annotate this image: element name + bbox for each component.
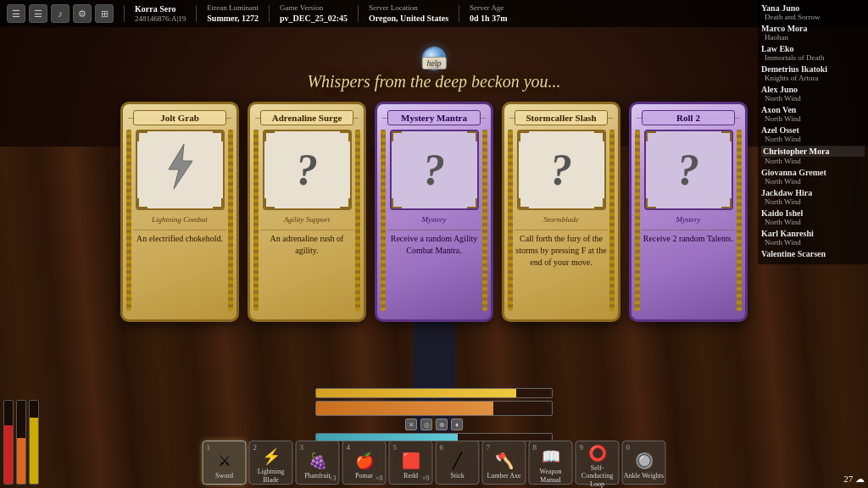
corner-tl bbox=[392, 131, 402, 141]
divider-3 bbox=[269, 5, 270, 22]
music-icon[interactable]: ♪ bbox=[51, 4, 70, 23]
player-guild: North Wind bbox=[761, 197, 865, 206]
player-entry-10[interactable]: Kaido IshelNorth Wind bbox=[761, 208, 865, 226]
player-entry-12[interactable]: Valentine Scarsen bbox=[761, 249, 865, 258]
slot-number: 7 bbox=[487, 443, 491, 452]
player-name: Law Eko bbox=[761, 44, 865, 53]
menu-icon-2[interactable]: ☰ bbox=[29, 4, 47, 23]
card-border-left bbox=[126, 130, 131, 311]
player-name: Yana Juno bbox=[761, 3, 865, 13]
game-version-label: Game Version bbox=[280, 3, 348, 14]
player-entry-5[interactable]: Axon VenNorth Wind bbox=[761, 105, 865, 123]
player-entry-2[interactable]: Law EkoImmortals of Death bbox=[761, 44, 865, 62]
player-name: Kaido Ishel bbox=[761, 208, 865, 218]
left-stat-bars bbox=[0, 378, 42, 488]
hotbar-slot-1[interactable]: 1⚔Sword bbox=[203, 441, 247, 485]
card-mystery-mantra[interactable]: Mystery Mantra?MysteryReceive a random A… bbox=[375, 102, 493, 322]
exp-bar-bg bbox=[315, 388, 553, 398]
corner-tr bbox=[340, 131, 350, 141]
slot-label: Stick bbox=[450, 472, 464, 480]
server-age-section: Server Age 0d 1h 37m bbox=[470, 3, 507, 25]
corner-br bbox=[340, 198, 350, 208]
slot-count: ×3 bbox=[329, 474, 337, 482]
hotbar-slot-5[interactable]: 5🟥Redd×9 bbox=[389, 441, 433, 485]
slot-icon: ⚡ bbox=[262, 447, 281, 466]
slot-label: Redd bbox=[403, 472, 418, 480]
hotbar-slot-4[interactable]: 4🍎Pomar×8 bbox=[342, 441, 387, 485]
corner-bl bbox=[519, 198, 529, 208]
mana-fill bbox=[30, 418, 38, 484]
health-bar-bg bbox=[315, 401, 553, 416]
player-entry-7[interactable]: Christopher MoraNorth Wind bbox=[761, 146, 865, 165]
card-jolt-grab[interactable]: Jolt GrabLightning CombatAn electrified … bbox=[120, 102, 239, 322]
hotbar-slot-6[interactable]: 6╱Stick bbox=[436, 441, 480, 485]
player-entry-3[interactable]: Demetrius IkatokiKnights of Artora bbox=[761, 64, 865, 82]
player-guild: Immortals of Death bbox=[761, 53, 865, 62]
card-image-area bbox=[136, 130, 225, 210]
card-title: Mystery Mantra bbox=[387, 110, 481, 125]
game-version-section: Game Version pv_DEC_25_02:45 bbox=[280, 3, 348, 25]
game-version-value: pv_DEC_25_02:45 bbox=[280, 13, 348, 24]
cloud-counter: 27 ☁ bbox=[843, 474, 865, 484]
hotbar-slot-8[interactable]: 8📖Weapon Manual bbox=[529, 441, 573, 485]
card-container: Jolt GrabLightning CombatAn electrified … bbox=[120, 102, 748, 322]
card-border-right bbox=[737, 130, 742, 311]
card-adrenaline-surge[interactable]: Adrenaline Surge?Agility SupportAn adren… bbox=[248, 102, 366, 322]
card-stormcaller-slash[interactable]: Stormcaller Slash?StormbladeCall forth t… bbox=[502, 102, 620, 322]
card-subtitle: Lightning Combat bbox=[152, 215, 208, 224]
menu-icon-1[interactable]: ☰ bbox=[7, 4, 25, 23]
card-image-area: ? bbox=[644, 130, 733, 210]
bar-icon-4[interactable]: ♦ bbox=[451, 419, 463, 430]
player-entry-9[interactable]: Jackdaw HiraNorth Wind bbox=[761, 188, 865, 206]
location-value: Summer, 1272 bbox=[207, 13, 259, 24]
player-name: Alex Juno bbox=[761, 85, 865, 94]
player-entry-11[interactable]: Karl KanreshiNorth Wind bbox=[761, 229, 865, 247]
slot-number: 9 bbox=[580, 443, 584, 452]
player-entry-4[interactable]: Alex JunoNorth Wind bbox=[761, 85, 865, 103]
hotbar-slot-9[interactable]: 9⭕Self-Conducting Loop bbox=[576, 441, 620, 485]
slot-label: Sword bbox=[215, 472, 233, 480]
player-entry-0[interactable]: Yana JunoDeath and Sorrow bbox=[761, 3, 865, 21]
slot-label: Pomar bbox=[355, 472, 373, 480]
slot-number: 1 bbox=[207, 443, 211, 452]
hotbar-slot-7[interactable]: 7🪓Lumber Axe bbox=[482, 441, 526, 485]
bar-icon-3[interactable]: ⊕ bbox=[436, 419, 448, 430]
bottom-right-counter: 27 ☁ bbox=[843, 474, 865, 485]
server-age-value: 0d 1h 37m bbox=[470, 13, 507, 24]
player-entry-6[interactable]: Azel OssetNorth Wind bbox=[761, 125, 865, 143]
hotbar-slot-3[interactable]: 3🍇Plumfruit×3 bbox=[296, 441, 340, 485]
settings-icon[interactable]: ⚙ bbox=[73, 4, 92, 23]
card-border-right bbox=[609, 130, 615, 311]
player-info-section: Korra Sero 248146876:A|19 bbox=[135, 3, 186, 25]
divider-2 bbox=[196, 5, 197, 22]
player-guild: North Wind bbox=[761, 238, 865, 247]
card-ornament-top: Jolt Grab bbox=[128, 111, 231, 125]
question-mark-icon: ? bbox=[423, 145, 445, 195]
player-entry-8[interactable]: Giovanna GremetNorth Wind bbox=[761, 168, 865, 186]
lightning-icon bbox=[159, 140, 201, 200]
bar-icon-2[interactable]: ◎ bbox=[420, 419, 432, 430]
player-entry-1[interactable]: Marco MoraHaohan bbox=[761, 24, 865, 42]
card-roll-2[interactable]: Roll 2?MysteryReceive 2 random Talents. bbox=[629, 102, 748, 322]
slot-icon: 🔘 bbox=[635, 452, 654, 470]
extra-icon[interactable]: ⊞ bbox=[95, 4, 114, 23]
hotbar-slot-2[interactable]: 2⚡Lightning Blade bbox=[249, 441, 293, 485]
bar-icon-1[interactable]: ✕ bbox=[405, 419, 417, 430]
slot-label: Self-Conducting Loop bbox=[576, 464, 619, 488]
player-guild: North Wind bbox=[761, 135, 865, 143]
card-title: Stormcaller Slash bbox=[515, 110, 608, 125]
player-name: Karl Kanreshi bbox=[761, 229, 865, 238]
hotbar-slot-10[interactable]: 0🔘Ankle Weights bbox=[622, 441, 666, 485]
card-image-area: ? bbox=[390, 130, 479, 210]
slot-count: ×8 bbox=[376, 474, 383, 482]
card-border-left bbox=[381, 130, 386, 311]
player-name: Jackdaw Hira bbox=[761, 188, 865, 197]
player-name: Axon Ven bbox=[761, 105, 865, 114]
divider-5 bbox=[459, 5, 459, 22]
player-guild: Haohan bbox=[761, 33, 865, 42]
player-name: Giovanna Gremet bbox=[761, 168, 865, 177]
player-name: Marco Mora bbox=[761, 24, 865, 33]
player-name: Valentine Scarsen bbox=[761, 249, 865, 258]
slot-number: 2 bbox=[253, 443, 258, 452]
corner-tr bbox=[721, 131, 732, 141]
